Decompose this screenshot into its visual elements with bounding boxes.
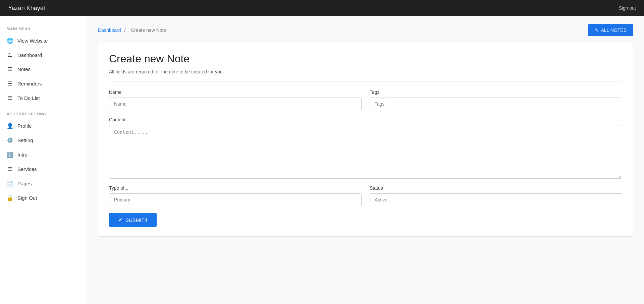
sidebar-item-pages[interactable]: 📄 Pages [0, 176, 87, 191]
sidebar-item-profile[interactable]: 👤 Profile [0, 119, 87, 133]
todo-icon: ☰ [7, 95, 13, 101]
info-icon: ℹ️ [7, 151, 13, 158]
dashboard-icon: 🗂 [7, 52, 13, 58]
type-group: Type of... [109, 185, 362, 206]
submit-button[interactable]: ✔ SUBMIT!! [109, 213, 157, 227]
layout: MAIN MENU 🌐 View Website 🗂 Dashboard ☰ N… [0, 16, 644, 304]
lock-icon: 🔒 [7, 195, 13, 201]
sidebar-label-signout: Sign Out [17, 195, 37, 201]
sidebar-label-reminders: Reminders [17, 81, 42, 86]
sidebar-label-notes: Notes [17, 66, 31, 72]
setting-icon: ⚙️ [7, 137, 13, 143]
name-tags-row: Name Tags [109, 89, 622, 110]
breadcrumb: Dashboard / Create new Note [98, 27, 168, 33]
form-subtitle: All fields are required for the note to … [109, 69, 622, 81]
signout-button[interactable]: Sign out [619, 5, 636, 11]
name-label: Name [109, 89, 362, 95]
submit-label: SUBMIT!! [125, 217, 147, 223]
form-card: Create new Note All fields are required … [98, 43, 633, 237]
all-notes-label: ALL NOTES [601, 27, 627, 33]
status-label: Status [370, 185, 622, 191]
sidebar-label-setting: Setting [17, 137, 33, 143]
tags-group: Tags [370, 89, 622, 110]
sidebar-item-todo[interactable]: ☰ To Do List [0, 91, 87, 105]
account-setting-label: ACCOUNT SETTING [0, 112, 87, 119]
page-header: Dashboard / Create new Note ✎ ALL NOTES [98, 24, 633, 36]
all-notes-button[interactable]: ✎ ALL NOTES [588, 24, 633, 36]
type-label: Type of... [109, 185, 362, 191]
topbar: Yazan Khayal Sign out [0, 0, 644, 16]
sidebar-item-notes[interactable]: ☰ Notes [0, 62, 87, 76]
sidebar-item-reminders[interactable]: ☰ Reminders [0, 76, 87, 91]
profile-icon: 👤 [7, 123, 13, 129]
sidebar-label-services: Services [17, 166, 37, 172]
main-content: Dashboard / Create new Note ✎ ALL NOTES … [87, 16, 644, 304]
content-textarea[interactable] [109, 125, 622, 179]
sidebar-label-profile: Profile [17, 123, 32, 129]
sidebar-label-dashboard: Dashboard [17, 52, 42, 58]
breadcrumb-current: Create new Note [131, 27, 166, 33]
sidebar-label-intro: Intro [17, 152, 28, 158]
content-label: Content..... [109, 117, 622, 122]
sidebar-item-view-website[interactable]: 🌐 View Website [0, 34, 87, 48]
content-group: Content..... [109, 117, 622, 179]
all-notes-icon: ✎ [595, 27, 599, 33]
sidebar-item-services[interactable]: ☰ Services [0, 162, 87, 176]
services-icon: ☰ [7, 166, 13, 172]
app-title: Yazan Khayal [8, 5, 45, 12]
submit-check-icon: ✔ [118, 217, 123, 223]
sidebar-label-pages: Pages [17, 181, 32, 186]
tags-input[interactable] [370, 98, 622, 110]
breadcrumb-separator: / [124, 27, 125, 33]
breadcrumb-home[interactable]: Dashboard [98, 27, 121, 33]
sidebar-label-todo: To Do List [17, 95, 40, 101]
notes-icon: ☰ [7, 66, 13, 72]
reminders-icon: ☰ [7, 80, 13, 87]
sidebar-item-signout[interactable]: 🔒 Sign Out [0, 191, 87, 205]
name-input[interactable] [109, 98, 362, 110]
name-group: Name [109, 89, 362, 110]
type-input[interactable] [109, 193, 362, 206]
type-status-row: Type of... Status [109, 185, 622, 206]
globe-icon: 🌐 [7, 38, 13, 44]
status-input[interactable] [370, 193, 622, 206]
sidebar: MAIN MENU 🌐 View Website 🗂 Dashboard ☰ N… [0, 16, 87, 304]
main-menu-label: MAIN MENU [0, 27, 87, 34]
sidebar-item-intro[interactable]: ℹ️ Intro [0, 147, 87, 162]
sidebar-item-dashboard[interactable]: 🗂 Dashboard [0, 48, 87, 62]
page-title: Create new Note [109, 53, 622, 65]
status-group: Status [370, 185, 622, 206]
sidebar-label-view-website: View Website [17, 38, 48, 44]
tags-label: Tags [370, 89, 622, 95]
sidebar-item-setting[interactable]: ⚙️ Setting [0, 133, 87, 147]
pages-icon: 📄 [7, 180, 13, 187]
